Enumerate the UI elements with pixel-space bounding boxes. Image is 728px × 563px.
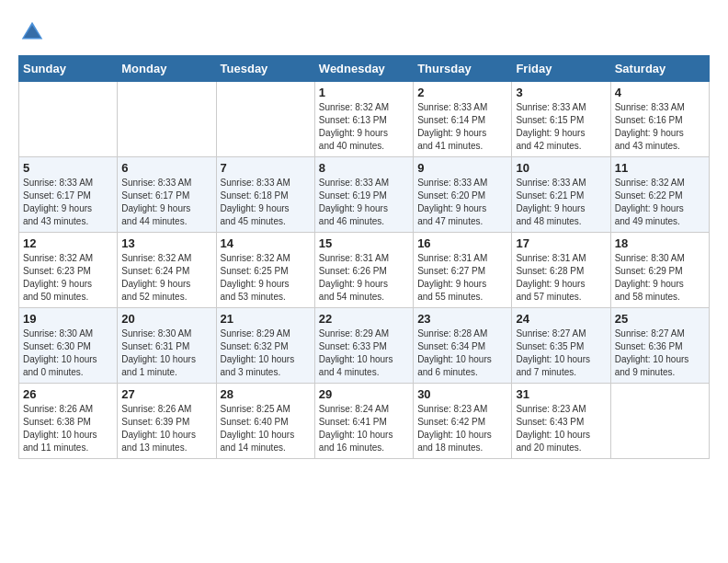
day-number: 26	[23, 387, 113, 401]
day-number: 30	[417, 387, 507, 401]
day-info: Sunrise: 8:30 AM Sunset: 6:31 PM Dayligh…	[121, 327, 211, 379]
day-number: 9	[417, 161, 507, 175]
calendar-cell: 13Sunrise: 8:32 AM Sunset: 6:24 PM Dayli…	[118, 233, 216, 308]
day-info: Sunrise: 8:29 AM Sunset: 6:32 PM Dayligh…	[221, 327, 311, 379]
calendar-cell: 14Sunrise: 8:32 AM Sunset: 6:25 PM Dayli…	[216, 233, 314, 308]
calendar-week-2: 5Sunrise: 8:33 AM Sunset: 6:17 PM Daylig…	[19, 157, 710, 233]
day-info: Sunrise: 8:33 AM Sunset: 6:15 PM Dayligh…	[516, 101, 606, 153]
day-info: Sunrise: 8:33 AM Sunset: 6:17 PM Dayligh…	[23, 177, 113, 228]
day-number: 22	[319, 312, 409, 326]
calendar-week-4: 19Sunrise: 8:30 AM Sunset: 6:30 PM Dayli…	[19, 308, 710, 384]
day-number: 28	[221, 387, 311, 401]
calendar-week-1: 1Sunrise: 8:32 AM Sunset: 6:13 PM Daylig…	[19, 82, 710, 157]
day-info: Sunrise: 8:26 AM Sunset: 6:39 PM Dayligh…	[121, 403, 211, 454]
day-info: Sunrise: 8:25 AM Sunset: 6:40 PM Dayligh…	[221, 403, 311, 454]
day-number: 14	[221, 236, 311, 250]
day-header-thursday: Thursday	[414, 56, 512, 82]
day-header-sunday: Sunday	[19, 56, 118, 82]
day-info: Sunrise: 8:33 AM Sunset: 6:16 PM Dayligh…	[615, 101, 705, 153]
day-header-tuesday: Tuesday	[216, 56, 314, 82]
calendar-cell: 12Sunrise: 8:32 AM Sunset: 6:23 PM Dayli…	[19, 233, 118, 308]
day-info: Sunrise: 8:33 AM Sunset: 6:21 PM Dayligh…	[516, 177, 606, 228]
day-info: Sunrise: 8:33 AM Sunset: 6:17 PM Dayligh…	[121, 177, 211, 228]
calendar-cell: 6Sunrise: 8:33 AM Sunset: 6:17 PM Daylig…	[118, 157, 216, 233]
calendar-cell: 16Sunrise: 8:31 AM Sunset: 6:27 PM Dayli…	[414, 233, 512, 308]
page-header	[18, 18, 710, 46]
calendar-cell	[118, 82, 216, 157]
day-info: Sunrise: 8:33 AM Sunset: 6:20 PM Dayligh…	[417, 177, 507, 228]
calendar-table: SundayMondayTuesdayWednesdayThursdayFrid…	[18, 55, 710, 459]
day-info: Sunrise: 8:30 AM Sunset: 6:30 PM Dayligh…	[23, 327, 113, 379]
day-info: Sunrise: 8:33 AM Sunset: 6:18 PM Dayligh…	[221, 177, 311, 228]
calendar-cell: 29Sunrise: 8:24 AM Sunset: 6:41 PM Dayli…	[314, 384, 413, 459]
day-number: 17	[516, 236, 606, 250]
day-info: Sunrise: 8:31 AM Sunset: 6:27 PM Dayligh…	[417, 252, 507, 304]
day-info: Sunrise: 8:27 AM Sunset: 6:35 PM Dayligh…	[516, 327, 606, 379]
day-number: 24	[516, 312, 606, 326]
day-number: 31	[516, 387, 606, 401]
calendar-cell: 18Sunrise: 8:30 AM Sunset: 6:29 PM Dayli…	[610, 233, 709, 308]
day-number: 2	[417, 86, 507, 99]
calendar-cell: 11Sunrise: 8:32 AM Sunset: 6:22 PM Dayli…	[610, 157, 709, 233]
day-info: Sunrise: 8:29 AM Sunset: 6:33 PM Dayligh…	[319, 327, 409, 379]
calendar-cell: 9Sunrise: 8:33 AM Sunset: 6:20 PM Daylig…	[414, 157, 512, 233]
calendar-cell: 27Sunrise: 8:26 AM Sunset: 6:39 PM Dayli…	[118, 384, 216, 459]
day-header-monday: Monday	[118, 56, 216, 82]
day-number: 13	[121, 236, 211, 250]
day-info: Sunrise: 8:32 AM Sunset: 6:13 PM Dayligh…	[319, 101, 409, 153]
calendar-cell	[216, 82, 314, 157]
day-header-friday: Friday	[512, 56, 610, 82]
day-info: Sunrise: 8:23 AM Sunset: 6:42 PM Dayligh…	[417, 403, 507, 454]
day-info: Sunrise: 8:23 AM Sunset: 6:43 PM Dayligh…	[516, 403, 606, 454]
day-number: 18	[615, 236, 705, 250]
day-header-wednesday: Wednesday	[314, 56, 413, 82]
calendar-cell: 15Sunrise: 8:31 AM Sunset: 6:26 PM Dayli…	[314, 233, 413, 308]
day-number: 19	[23, 312, 113, 326]
day-number: 10	[516, 161, 606, 175]
day-info: Sunrise: 8:24 AM Sunset: 6:41 PM Dayligh…	[319, 403, 409, 454]
calendar-cell: 17Sunrise: 8:31 AM Sunset: 6:28 PM Dayli…	[512, 233, 610, 308]
calendar-cell: 10Sunrise: 8:33 AM Sunset: 6:21 PM Dayli…	[512, 157, 610, 233]
day-info: Sunrise: 8:27 AM Sunset: 6:36 PM Dayligh…	[615, 327, 705, 379]
calendar-cell: 19Sunrise: 8:30 AM Sunset: 6:30 PM Dayli…	[19, 308, 118, 384]
calendar-cell: 30Sunrise: 8:23 AM Sunset: 6:42 PM Dayli…	[414, 384, 512, 459]
day-number: 15	[319, 236, 409, 250]
day-number: 8	[319, 161, 409, 175]
day-number: 7	[221, 161, 311, 175]
day-number: 4	[615, 86, 705, 99]
calendar-cell: 2Sunrise: 8:33 AM Sunset: 6:14 PM Daylig…	[414, 82, 512, 157]
day-number: 20	[121, 312, 211, 326]
day-info: Sunrise: 8:32 AM Sunset: 6:23 PM Dayligh…	[23, 252, 113, 304]
day-info: Sunrise: 8:28 AM Sunset: 6:34 PM Dayligh…	[417, 327, 507, 379]
calendar-cell: 31Sunrise: 8:23 AM Sunset: 6:43 PM Dayli…	[512, 384, 610, 459]
day-info: Sunrise: 8:31 AM Sunset: 6:26 PM Dayligh…	[319, 252, 409, 304]
day-info: Sunrise: 8:33 AM Sunset: 6:14 PM Dayligh…	[417, 101, 507, 153]
day-number: 16	[417, 236, 507, 250]
calendar-cell: 20Sunrise: 8:30 AM Sunset: 6:31 PM Dayli…	[118, 308, 216, 384]
calendar-cell: 1Sunrise: 8:32 AM Sunset: 6:13 PM Daylig…	[314, 82, 413, 157]
day-number: 5	[23, 161, 113, 175]
calendar-cell: 26Sunrise: 8:26 AM Sunset: 6:38 PM Dayli…	[19, 384, 118, 459]
day-number: 6	[121, 161, 211, 175]
calendar-cell: 24Sunrise: 8:27 AM Sunset: 6:35 PM Dayli…	[512, 308, 610, 384]
day-info: Sunrise: 8:33 AM Sunset: 6:19 PM Dayligh…	[319, 177, 409, 228]
calendar-cell: 3Sunrise: 8:33 AM Sunset: 6:15 PM Daylig…	[512, 82, 610, 157]
calendar-cell: 7Sunrise: 8:33 AM Sunset: 6:18 PM Daylig…	[216, 157, 314, 233]
calendar-cell: 4Sunrise: 8:33 AM Sunset: 6:16 PM Daylig…	[610, 82, 709, 157]
day-info: Sunrise: 8:30 AM Sunset: 6:29 PM Dayligh…	[615, 252, 705, 304]
day-number: 29	[319, 387, 409, 401]
calendar-cell: 21Sunrise: 8:29 AM Sunset: 6:32 PM Dayli…	[216, 308, 314, 384]
day-number: 1	[319, 86, 409, 99]
calendar-week-5: 26Sunrise: 8:26 AM Sunset: 6:38 PM Dayli…	[19, 384, 710, 459]
calendar-cell: 8Sunrise: 8:33 AM Sunset: 6:19 PM Daylig…	[314, 157, 413, 233]
day-number: 25	[615, 312, 705, 326]
day-number: 23	[417, 312, 507, 326]
calendar-cell: 28Sunrise: 8:25 AM Sunset: 6:40 PM Dayli…	[216, 384, 314, 459]
calendar-cell	[19, 82, 118, 157]
day-info: Sunrise: 8:32 AM Sunset: 6:25 PM Dayligh…	[221, 252, 311, 304]
calendar-cell: 25Sunrise: 8:27 AM Sunset: 6:36 PM Dayli…	[610, 308, 709, 384]
day-number: 21	[221, 312, 311, 326]
day-info: Sunrise: 8:26 AM Sunset: 6:38 PM Dayligh…	[23, 403, 113, 454]
logo	[18, 18, 50, 46]
calendar-cell: 5Sunrise: 8:33 AM Sunset: 6:17 PM Daylig…	[19, 157, 118, 233]
